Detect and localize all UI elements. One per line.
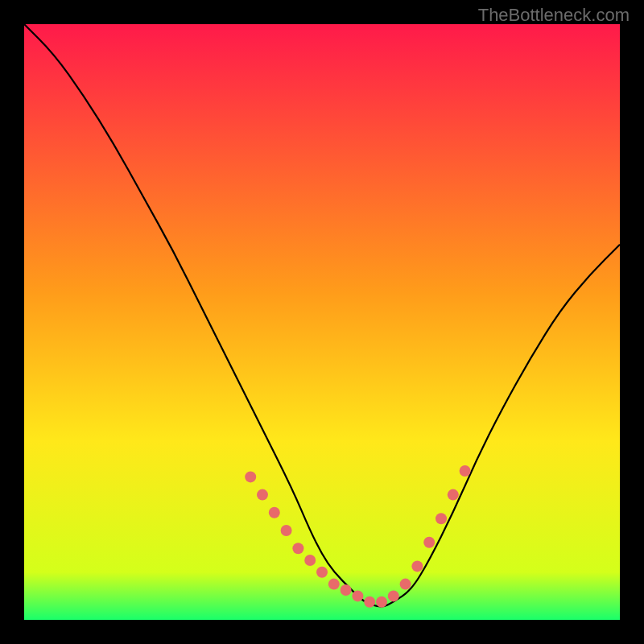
chart-svg [24,24,620,620]
highlight-dot [352,590,363,601]
highlight-dot [448,489,459,501]
highlight-dot [304,555,316,566]
highlight-dot [292,543,303,554]
highlight-dot [460,465,471,477]
highlight-dot [388,590,399,601]
watermark: TheBottleneck.com [478,5,630,26]
highlight-dot [411,560,423,572]
highlight-dot [400,579,411,590]
highlight-dot [376,597,387,608]
highlight-dot [316,567,328,578]
chart-background [24,24,620,620]
highlight-dot [257,489,268,501]
highlight-dot [328,579,340,590]
highlight-dot [269,507,280,518]
highlight-dot [245,471,256,482]
highlight-dot [436,513,447,524]
highlight-dot [423,537,435,548]
highlight-dot [341,584,352,596]
highlight-dot [364,597,375,608]
highlight-dot [281,525,292,536]
chart-plot-area [24,24,620,620]
